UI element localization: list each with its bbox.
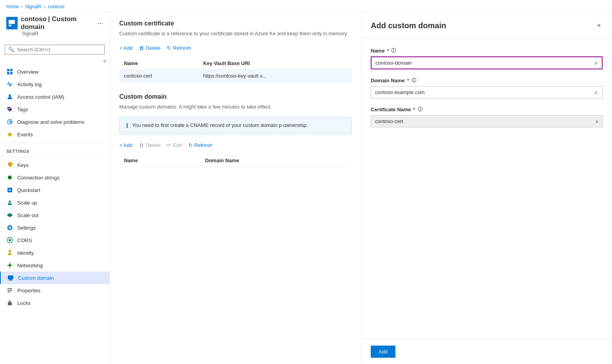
sidebar-item-label-access-control: Access control (IAM)	[17, 94, 64, 100]
cert-row-uri: https://contoso-key-vault.v...	[199, 70, 352, 82]
domain-name-check-icon: ✓	[594, 89, 599, 96]
domain-table: Name Domain Name	[119, 154, 352, 167]
settings-icon	[6, 224, 13, 231]
sidebar-item-events[interactable]: Events	[0, 128, 109, 141]
svg-rect-2	[7, 69, 9, 71]
sidebar-item-label-cors: CORS	[17, 237, 32, 243]
sidebar-item-label-scale-up: Scale up	[17, 200, 37, 206]
sidebar-item-properties[interactable]: Properties	[0, 284, 109, 297]
cert-add-button[interactable]: + Add	[119, 43, 133, 53]
activity-icon	[6, 81, 13, 88]
networking-icon	[6, 262, 13, 269]
sidebar-item-label-locks: Locks	[17, 300, 31, 306]
breadcrumb-signalr[interactable]: SignalR	[25, 4, 42, 9]
side-panel-body: Name * ⓘ ✓ Domain Name * ⓘ ✓	[361, 38, 612, 339]
cert-section-title: Custom certificate	[119, 20, 352, 27]
cert-name-select[interactable]: contoso-cert	[371, 115, 603, 127]
breadcrumb-sep2: ›	[44, 4, 46, 9]
cors-icon	[6, 237, 13, 244]
sidebar-item-custom-domain[interactable]: Custom domain	[0, 272, 109, 284]
svg-rect-18	[9, 280, 13, 281]
identity-icon	[6, 249, 13, 256]
cert-refresh-button[interactable]: ↻ Refresh	[167, 43, 191, 53]
sidebar-item-access-control[interactable]: Access control (IAM)	[0, 91, 109, 103]
svg-rect-3	[10, 69, 13, 71]
sidebar-item-overview[interactable]: Overview	[0, 65, 109, 78]
content-area: Custom certificate Custom certificate is…	[110, 12, 361, 364]
domain-add-button[interactable]: + Add	[119, 141, 133, 150]
name-input[interactable]	[371, 56, 603, 69]
sidebar-item-keys[interactable]: Keys	[0, 159, 109, 171]
cert-delete-button[interactable]: 🗑 Delete	[139, 43, 161, 53]
cert-refresh-icon: ↻	[167, 45, 171, 51]
sidebar-item-cors[interactable]: CORS	[0, 234, 109, 246]
add-custom-domain-button[interactable]: Add	[371, 346, 395, 358]
domain-refresh-button[interactable]: ↻ Refresh	[188, 141, 213, 150]
cert-name-input-wrapper: contoso-cert ∨	[371, 115, 603, 127]
info-box-text: You need to first create a CNAME record …	[132, 122, 308, 129]
domain-col-name: Name	[119, 154, 200, 167]
breadcrumb: Home › SignalR › contoso	[0, 0, 612, 12]
sidebar-item-identity[interactable]: Identity	[0, 246, 109, 259]
domain-edit-button[interactable]: ✏ Edit	[167, 141, 182, 150]
sidebar-item-activity-log[interactable]: Activity log	[0, 78, 109, 91]
sidebar-item-label-tags: Tags	[17, 107, 28, 112]
quickstart-icon	[6, 187, 13, 194]
sidebar-item-tags[interactable]: Tags	[0, 103, 109, 116]
svg-rect-19	[7, 288, 12, 289]
domain-info-box: ℹ You need to first create a CNAME recor…	[119, 117, 352, 134]
domain-name-field-group: Domain Name * ⓘ ✓	[371, 77, 603, 98]
search-input[interactable]	[17, 47, 101, 53]
name-check-icon: ✓	[594, 60, 599, 66]
sidebar-item-scale-out[interactable]: Scale out	[0, 209, 109, 221]
resource-menu-dots[interactable]: ···	[97, 19, 103, 27]
diagnose-icon	[6, 118, 13, 125]
events-icon	[6, 131, 13, 138]
sidebar-item-quickstart[interactable]: Quickstart	[0, 184, 109, 196]
sidebar-item-networking[interactable]: Networking	[0, 259, 109, 272]
collapse-sidebar-button[interactable]: «	[103, 58, 106, 64]
domain-col-domain: Domain Name	[200, 154, 352, 167]
domain-name-input[interactable]	[371, 86, 603, 98]
domain-name-info-icon: ⓘ	[412, 77, 416, 84]
cert-toolbar: + Add 🗑 Delete ↻ Refresh	[119, 43, 352, 53]
svg-rect-20	[7, 290, 12, 291]
search-icon: 🔍	[8, 47, 15, 53]
side-panel-close-button[interactable]: ×	[595, 20, 603, 31]
settings-section-label: Settings	[0, 144, 109, 155]
domain-delete-label: Delete	[146, 142, 161, 148]
resource-icon	[6, 17, 18, 29]
breadcrumb-sep1: ›	[21, 4, 23, 9]
svg-rect-11	[9, 213, 11, 217]
sidebar-item-label-scale-out: Scale out	[17, 212, 38, 218]
cert-refresh-label: Refresh	[173, 45, 191, 51]
cert-section-desc: Custom certificate is a reference to you…	[119, 30, 352, 37]
breadcrumb-contoso[interactable]: contoso	[48, 4, 64, 9]
domain-edit-label: Edit	[173, 142, 182, 148]
sidebar: contoso | Custom domain ··· SignalR 🔍 «	[0, 12, 110, 364]
domain-delete-button[interactable]: 🗑 Delete	[139, 141, 161, 150]
sidebar-item-scale-up[interactable]: Scale up	[0, 196, 109, 209]
domain-section: Custom domain Manage custom domains. It …	[119, 93, 352, 167]
search-box[interactable]: 🔍	[5, 45, 105, 54]
connection-icon	[6, 174, 13, 181]
sidebar-item-settings[interactable]: Settings	[0, 221, 109, 234]
sidebar-item-locks[interactable]: Locks	[0, 297, 109, 309]
sidebar-item-label-activity-log: Activity log	[17, 81, 42, 87]
svg-point-14	[9, 239, 11, 241]
iam-icon	[6, 93, 13, 100]
svg-rect-12	[11, 214, 12, 216]
breadcrumb-home[interactable]: Home	[6, 4, 19, 9]
svg-rect-9	[8, 203, 12, 205]
sidebar-item-connection-strings[interactable]: Connection strings	[0, 171, 109, 184]
sidebar-item-diagnose[interactable]: Diagnose and solve problems	[0, 116, 109, 128]
name-field-label: Name * ⓘ	[371, 47, 603, 54]
name-field-group: Name * ⓘ ✓	[371, 47, 603, 69]
customdomain-icon	[7, 274, 14, 281]
domain-edit-icon: ✏	[167, 142, 171, 148]
overview-icon	[6, 68, 13, 75]
domain-section-desc: Manage custom domains. It might take a f…	[119, 103, 352, 110]
table-row[interactable]: contoso-cert https://contoso-key-vault.v…	[119, 70, 352, 82]
side-panel-title: Add custom domain	[371, 21, 446, 30]
resource-type-label: SignalR	[22, 31, 103, 36]
